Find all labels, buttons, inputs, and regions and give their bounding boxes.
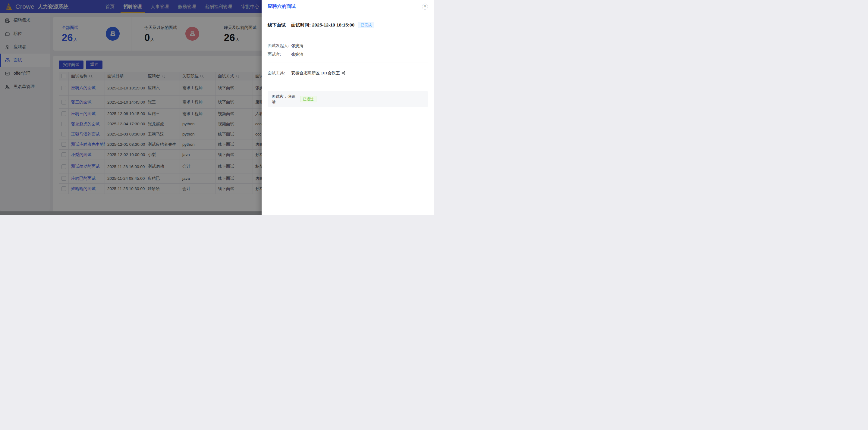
status-badge-passed: 已通过 (300, 96, 316, 102)
close-icon[interactable]: ✕ (422, 4, 428, 10)
status-badge-completed: 已完成 (358, 22, 374, 28)
interview-fields: 面试发起人:张婉清面试官:张婉清 (268, 43, 428, 57)
field-row: 面试官:张婉清 (268, 52, 428, 57)
drawer-header: 应聘六的面试 ✕ (261, 0, 434, 13)
drawer-body: 线下面试 面试时间: 2025-12-10 18:15:00 已完成 面试发起人… (261, 22, 434, 107)
field-label: 面试发起人: (268, 43, 291, 48)
reviewer-name: 面试官：张婉清 (272, 94, 296, 104)
interview-method: 线下面试 (268, 22, 286, 28)
field-value: 张婉清 (291, 43, 304, 48)
field-row: 面试发起人:张婉清 (268, 43, 428, 48)
field-value: 张婉清 (291, 52, 304, 57)
tool-label: 面试工具: (268, 70, 291, 76)
divider (268, 63, 428, 63)
interviewer-review-box: 面试官：张婉清 已通过 (268, 91, 428, 107)
interview-detail-drawer: 应聘六的面试 ✕ 线下面试 面试时间: 2025-12-10 18:15:00 … (261, 0, 434, 215)
interview-summary: 线下面试 面试时间: 2025-12-10 18:15:00 已完成 (268, 22, 428, 28)
drawer-title: 应聘六的面试 (268, 3, 296, 10)
interview-tool-row: 面试工具: 安徽合肥高新区 101会议室 (268, 70, 428, 76)
field-label: 面试官: (268, 52, 291, 57)
tool-value: 安徽合肥高新区 101会议室 (291, 70, 340, 76)
interview-time: 面试时间: 2025-12-10 18:15:00 (291, 22, 354, 28)
app: Crowe 人力资源系统 首页招聘管理人事管理假勤管理薪酬福利管理审批中心设置 … (0, 0, 434, 215)
share-icon[interactable] (341, 71, 345, 75)
divider (268, 36, 428, 36)
